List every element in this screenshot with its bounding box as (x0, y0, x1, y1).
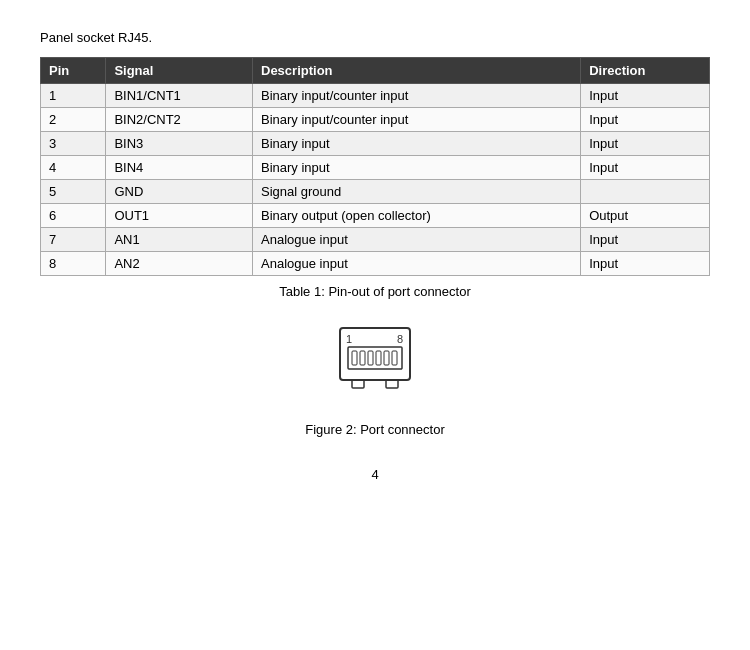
cell-direction (581, 180, 710, 204)
cell-signal: AN1 (106, 228, 253, 252)
col-header-signal: Signal (106, 58, 253, 84)
pin-table: Pin Signal Description Direction 1BIN1/C… (40, 57, 710, 276)
svg-rect-5 (360, 351, 365, 365)
table-row: 8AN2Analogue inputInput (41, 252, 710, 276)
cell-signal: GND (106, 180, 253, 204)
cell-pin: 5 (41, 180, 106, 204)
table-row: 1BIN1/CNT1Binary input/counter inputInpu… (41, 84, 710, 108)
cell-direction: Input (581, 228, 710, 252)
table-row: 4BIN4Binary inputInput (41, 156, 710, 180)
cell-pin: 6 (41, 204, 106, 228)
svg-text:8: 8 (397, 333, 403, 345)
figure-area: 1 8 (40, 323, 710, 412)
col-header-direction: Direction (581, 58, 710, 84)
cell-description: Signal ground (253, 180, 581, 204)
cell-direction: Input (581, 108, 710, 132)
cell-signal: BIN1/CNT1 (106, 84, 253, 108)
cell-description: Analogue input (253, 252, 581, 276)
svg-rect-9 (392, 351, 397, 365)
cell-description: Binary input (253, 156, 581, 180)
cell-direction: Input (581, 252, 710, 276)
cell-description: Binary input (253, 132, 581, 156)
svg-text:1: 1 (346, 333, 352, 345)
svg-rect-6 (368, 351, 373, 365)
cell-pin: 4 (41, 156, 106, 180)
cell-direction: Input (581, 132, 710, 156)
cell-signal: BIN4 (106, 156, 253, 180)
cell-description: Binary output (open collector) (253, 204, 581, 228)
table-row: 6OUT1Binary output (open collector)Outpu… (41, 204, 710, 228)
cell-description: Binary input/counter input (253, 108, 581, 132)
svg-rect-4 (352, 351, 357, 365)
rj45-diagram: 1 8 (330, 323, 420, 403)
cell-pin: 3 (41, 132, 106, 156)
page-number: 4 (40, 467, 710, 482)
cell-signal: AN2 (106, 252, 253, 276)
cell-pin: 2 (41, 108, 106, 132)
cell-direction: Input (581, 156, 710, 180)
cell-direction: Input (581, 84, 710, 108)
cell-signal: BIN2/CNT2 (106, 108, 253, 132)
svg-rect-3 (348, 347, 402, 369)
svg-rect-11 (386, 380, 398, 388)
table-row: 5GNDSignal ground (41, 180, 710, 204)
svg-rect-7 (376, 351, 381, 365)
table-row: 7AN1Analogue inputInput (41, 228, 710, 252)
cell-signal: OUT1 (106, 204, 253, 228)
cell-pin: 7 (41, 228, 106, 252)
col-header-description: Description (253, 58, 581, 84)
table-row: 2BIN2/CNT2Binary input/counter inputInpu… (41, 108, 710, 132)
intro-text: Panel socket RJ45. (40, 30, 710, 45)
table-caption: Table 1: Pin-out of port connector (40, 284, 710, 299)
svg-rect-8 (384, 351, 389, 365)
cell-description: Analogue input (253, 228, 581, 252)
cell-pin: 1 (41, 84, 106, 108)
table-row: 3BIN3Binary inputInput (41, 132, 710, 156)
cell-direction: Output (581, 204, 710, 228)
cell-pin: 8 (41, 252, 106, 276)
col-header-pin: Pin (41, 58, 106, 84)
cell-description: Binary input/counter input (253, 84, 581, 108)
svg-rect-10 (352, 380, 364, 388)
cell-signal: BIN3 (106, 132, 253, 156)
figure-caption: Figure 2: Port connector (40, 422, 710, 437)
